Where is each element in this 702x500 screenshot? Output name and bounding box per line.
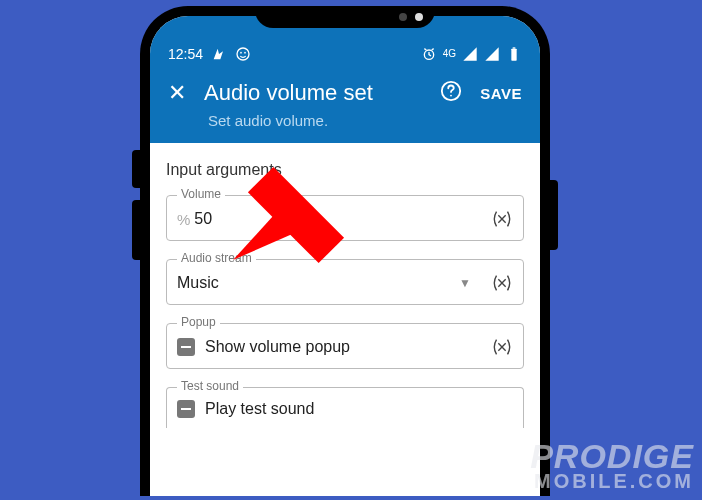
popup-checkbox[interactable] [177,338,195,356]
svg-point-0 [237,48,249,60]
close-icon[interactable]: ✕ [168,80,186,106]
variable-icon[interactable] [491,208,513,230]
phone-notch [255,6,435,28]
alarm-icon [421,46,437,62]
audiostream-field[interactable]: Audio stream Music ▼ [166,259,524,305]
phone-frame: 12:54 4G ✕ Audio volume set S [140,6,550,496]
variable-icon[interactable] [491,272,513,294]
svg-rect-5 [513,47,516,48]
svg-point-7 [450,95,452,97]
app-bar: ✕ Audio volume set SAVE [168,80,522,106]
variable-icon[interactable] [491,336,513,358]
testsound-checkbox[interactable] [177,400,195,418]
volume-value[interactable]: 50 [194,210,485,228]
testsound-label: Test sound [177,379,243,393]
popup-label: Popup [177,315,220,329]
watermark: PRODIGE MOBILE.COM [530,441,694,490]
volume-label: Volume [177,187,225,201]
audiostream-label: Audio stream [177,251,256,265]
battery-icon [506,46,522,62]
save-button[interactable]: SAVE [480,85,522,102]
status-icon [211,46,227,62]
percent-icon: % [177,211,190,228]
chevron-down-icon[interactable]: ▼ [459,276,471,290]
watermark-line1: PRODIGE [530,441,694,472]
testsound-value: Play test sound [205,400,513,418]
page-subtitle: Set audio volume. [208,112,522,129]
volume-field[interactable]: Volume % 50 [166,195,524,241]
app-header: 12:54 4G ✕ Audio volume set S [150,16,540,143]
smiley-icon [235,46,251,62]
audiostream-value[interactable]: Music [177,274,459,292]
signal2-icon [484,46,500,62]
page-title: Audio volume set [204,80,422,106]
popup-field[interactable]: Popup Show volume popup [166,323,524,369]
status-time: 12:54 [168,46,203,62]
svg-point-2 [244,52,246,54]
screen: 12:54 4G ✕ Audio volume set S [150,16,540,496]
content: Input arguments Volume % 50 Audio stream… [150,143,540,428]
status-bar: 12:54 4G [168,44,522,64]
section-title: Input arguments [166,161,524,179]
network-label: 4G [443,49,456,59]
watermark-line2: MOBILE.COM [530,472,694,490]
svg-point-1 [240,52,242,54]
popup-value: Show volume popup [205,338,485,356]
svg-rect-4 [511,49,516,61]
help-icon[interactable] [440,80,462,106]
testsound-field[interactable]: Test sound Play test sound [166,387,524,428]
signal-icon [462,46,478,62]
